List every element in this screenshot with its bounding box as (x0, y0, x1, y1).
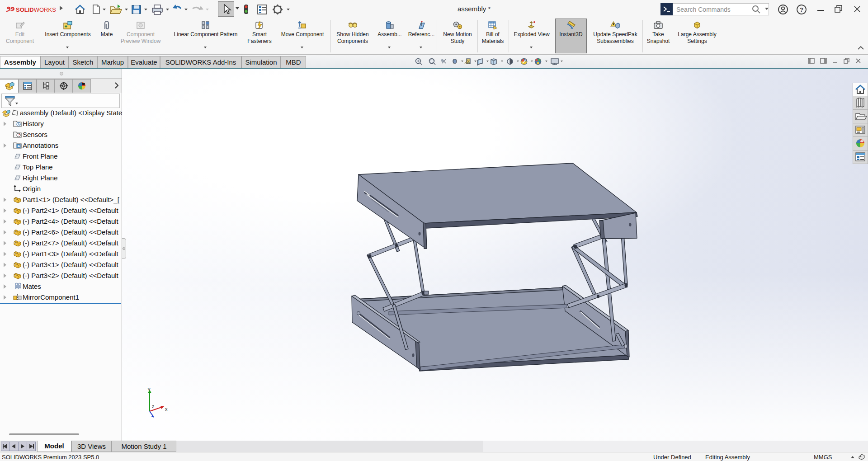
svg-text:SOLIDWORKS: SOLIDWORKS (16, 6, 56, 13)
svg-text:z: z (152, 404, 154, 409)
svg-text:?: ? (800, 6, 803, 13)
svg-text:A: A (467, 61, 470, 65)
svg-text:x: x (165, 406, 168, 412)
svg-text:Y: Y (147, 387, 151, 392)
svg-text:A: A (18, 144, 20, 148)
